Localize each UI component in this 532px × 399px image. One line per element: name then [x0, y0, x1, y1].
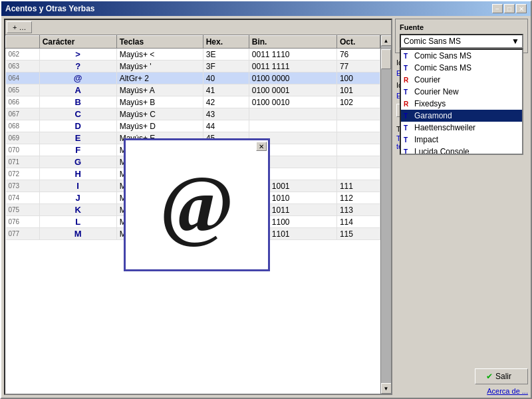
- font-list-item[interactable]: TComic Sans MS: [401, 62, 522, 74]
- font-type-icon: T: [404, 53, 412, 60]
- font-type-icon: T: [404, 124, 412, 132]
- cell-char: H: [39, 168, 116, 180]
- font-list-item[interactable]: RFixedsys: [401, 98, 522, 110]
- add-button[interactable]: + …: [7, 21, 32, 33]
- cell-hex: 44: [203, 120, 249, 132]
- cell-char: K: [39, 204, 116, 216]
- font-type-icon: R: [404, 100, 412, 108]
- font-name-label: Fixedsys: [414, 99, 446, 108]
- close-button[interactable]: ✕: [516, 4, 527, 13]
- col-hex: Hex.: [203, 36, 249, 49]
- cell-oct: 112: [336, 192, 380, 204]
- fuente-label: Fuente: [400, 23, 523, 31]
- cell-oct: 114: [336, 216, 380, 228]
- cell-num: 077: [6, 228, 40, 240]
- cell-num: 070: [6, 144, 40, 156]
- font-list-item[interactable]: TLucida Console: [401, 146, 522, 155]
- font-dropdown-container: Comic Sans MS ▼ TComic Sans MSTComic San…: [400, 34, 523, 49]
- popup-close-button[interactable]: ✕: [256, 142, 267, 151]
- cell-oct: 102: [336, 96, 380, 108]
- salir-button[interactable]: ✔ Salir: [475, 368, 528, 384]
- cell-oct: [336, 132, 380, 144]
- cell-num: 073: [6, 180, 40, 192]
- font-list-item[interactable]: TImpact: [401, 134, 522, 146]
- right-panel: Fuente Comic Sans MS ▼ TComic Sans MSTCo…: [395, 19, 528, 395]
- font-list-item[interactable]: TGaramond: [401, 110, 522, 122]
- font-type-icon: T: [404, 88, 412, 96]
- scroll-down-button[interactable]: ▼: [381, 383, 392, 394]
- acerca-link[interactable]: Acerca de ...: [487, 387, 528, 395]
- cell-char: L: [39, 216, 116, 228]
- cell-num: 075: [6, 204, 40, 216]
- cell-num: 067: [6, 108, 40, 120]
- cell-hex: 41: [203, 84, 249, 96]
- font-dropdown-list[interactable]: TComic Sans MSTComic Sans MSRCourierTCou…: [400, 49, 523, 155]
- cell-num: 064: [6, 72, 40, 84]
- font-list-item[interactable]: RCourier: [401, 74, 522, 86]
- cell-hex: 43: [203, 108, 249, 120]
- col-bin: Bin.: [249, 36, 336, 49]
- cell-keys: Mayús+ B: [116, 96, 203, 108]
- popup-char: @: [160, 165, 234, 245]
- main-window: Acentos y Otras Yerbas − □ ✕ + …: [0, 0, 532, 399]
- toolbar: + …: [5, 20, 391, 35]
- minimize-button[interactable]: −: [492, 4, 503, 13]
- cell-char: G: [39, 156, 116, 168]
- font-type-icon: T: [404, 112, 412, 120]
- cell-oct: 111: [336, 180, 380, 192]
- cell-oct: 115: [336, 228, 380, 240]
- cell-char: A: [39, 84, 116, 96]
- cell-char: @: [39, 72, 116, 84]
- cell-oct: 113: [336, 204, 380, 216]
- cell-char: E: [39, 132, 116, 144]
- font-type-icon: T: [404, 136, 412, 144]
- font-selected-value: Comic Sans MS: [404, 37, 461, 46]
- table-row[interactable]: 066 B Mayús+ B 42 0100 0010 102: [6, 96, 380, 108]
- cell-keys: Mayús+ ': [116, 61, 203, 72]
- cell-keys: Mayús+ A: [116, 84, 203, 96]
- col-char: Carácter: [39, 36, 116, 49]
- cell-char: >: [39, 49, 116, 61]
- cell-char: C: [39, 108, 116, 120]
- cell-char: D: [39, 120, 116, 132]
- cell-char: F: [39, 144, 116, 156]
- salir-label: Salir: [495, 372, 511, 381]
- table-row[interactable]: 062 > Mayús+ < 3E 0011 1110 76: [6, 49, 380, 61]
- cell-bin: 0011 1111: [249, 61, 336, 72]
- table-row[interactable]: 068 D Mayús+ D 44: [6, 120, 380, 132]
- table-row[interactable]: 063 ? Mayús+ ' 3F 0011 1111 77: [6, 61, 380, 72]
- cell-hex: 40: [203, 72, 249, 84]
- cell-keys: AltGr+ 2: [116, 72, 203, 84]
- col-num: [6, 36, 40, 49]
- cell-char: I: [39, 180, 116, 192]
- checkmark-icon: ✔: [486, 372, 493, 381]
- table-row[interactable]: 064 @ AltGr+ 2 40 0100 0000 100: [6, 72, 380, 84]
- font-list-item[interactable]: THaettenschweiler: [401, 122, 522, 134]
- cell-oct: 100: [336, 72, 380, 84]
- scroll-up-button[interactable]: ▲: [381, 35, 392, 46]
- scroll-thumb[interactable]: [381, 49, 391, 69]
- maximize-button[interactable]: □: [504, 4, 515, 13]
- table-row[interactable]: 067 C Mayús+ C 43: [6, 108, 380, 120]
- cell-oct: [336, 120, 380, 132]
- col-keys: Teclas: [116, 36, 203, 49]
- cell-hex: 3F: [203, 61, 249, 72]
- bottom-buttons: ✔ Salir Acerca de ...: [395, 368, 528, 395]
- cell-num: 068: [6, 120, 40, 132]
- vertical-scrollbar[interactable]: ▲ ▼: [380, 35, 391, 394]
- dropdown-arrow-icon: ▼: [511, 37, 519, 46]
- scroll-track[interactable]: [381, 46, 391, 383]
- font-list-item[interactable]: TCourier New: [401, 86, 522, 98]
- font-list-item[interactable]: TComic Sans MS: [401, 50, 522, 62]
- cell-hex: 3E: [203, 49, 249, 61]
- font-section: Fuente Comic Sans MS ▼ TComic Sans MSTCo…: [395, 19, 528, 53]
- font-name-label: Courier: [414, 75, 440, 84]
- table-row[interactable]: 065 A Mayús+ A 41 0100 0001 101: [6, 84, 380, 96]
- font-select-button[interactable]: Comic Sans MS ▼: [400, 34, 523, 49]
- cell-char: M: [39, 228, 116, 240]
- font-name-label: Comic Sans MS: [414, 63, 471, 72]
- left-panel-wrapper: + … Carácter Teclas Hex. Bin.: [4, 19, 392, 395]
- cell-bin: 0011 1110: [249, 49, 336, 61]
- cell-oct: 101: [336, 84, 380, 96]
- cell-char: B: [39, 96, 116, 108]
